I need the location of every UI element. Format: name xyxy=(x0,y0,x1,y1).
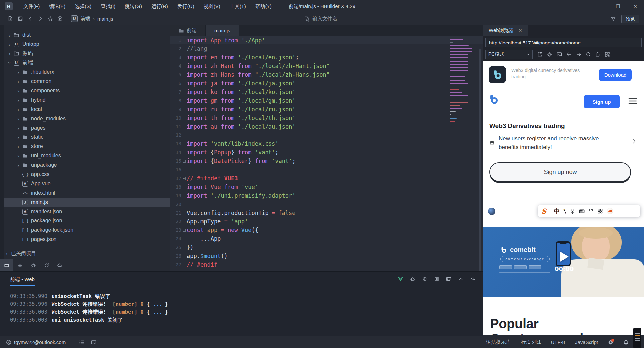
emoji-icon[interactable] xyxy=(607,208,613,214)
code-line[interactable]: 20 xyxy=(170,200,483,209)
menu-item[interactable]: 视图(V) xyxy=(199,2,225,11)
refresh-icon[interactable] xyxy=(586,52,591,57)
star-icon[interactable] xyxy=(45,14,55,23)
new-file-icon[interactable] xyxy=(5,14,15,23)
console-tab[interactable]: 前端 - Web xyxy=(10,276,35,286)
run-icon[interactable] xyxy=(55,14,65,23)
code-line[interactable]: 21Vue.config.productionTip = false xyxy=(170,209,483,217)
menu-item[interactable]: 编辑(E) xyxy=(44,2,70,11)
terminal-new-icon[interactable] xyxy=(446,276,451,282)
tasklist-icon[interactable] xyxy=(79,340,84,345)
code-line[interactable]: 19import './uni.promisify.adaptor' xyxy=(170,191,483,200)
sogou-icon[interactable]: S xyxy=(541,207,546,215)
tree-item-uni_modules[interactable]: ›uni_modules xyxy=(4,151,170,160)
status-item[interactable]: JavaScript xyxy=(575,339,598,345)
code-line[interactable]: 8import gm from './local/gm.json' xyxy=(170,96,483,105)
search-tab-icon[interactable] xyxy=(13,259,27,271)
tree-item-源码[interactable]: ›源码 xyxy=(4,49,170,58)
close-icon[interactable]: ✕ xyxy=(519,28,522,33)
tree-item-hybrid[interactable]: ›hybrid xyxy=(4,95,170,105)
code-line[interactable]: 13import 'vant/lib/index.css' xyxy=(170,139,483,148)
sync-tab-icon[interactable] xyxy=(40,259,53,271)
restart-icon[interactable] xyxy=(422,276,427,282)
tree-item-store[interactable]: ›store xyxy=(4,142,170,151)
filter-icon[interactable] xyxy=(611,16,616,22)
log-expand-link[interactable]: ... xyxy=(153,309,162,315)
close-logs-icon[interactable] xyxy=(470,276,475,282)
download-button[interactable]: Download xyxy=(599,69,632,81)
tree-item-components[interactable]: ›components xyxy=(4,86,170,95)
settings-icon[interactable] xyxy=(547,52,552,57)
status-item[interactable]: UTF-8 xyxy=(551,339,565,345)
fold-marker[interactable]: − xyxy=(181,160,187,163)
tree-item-.hbuilderx[interactable]: ›.hbuilderx xyxy=(4,67,170,77)
code-line[interactable]: 4import zh_Hant from "./local/zh-Hant.js… xyxy=(170,62,483,70)
bug-icon[interactable] xyxy=(410,276,415,282)
devtools-icon[interactable] xyxy=(557,52,562,57)
play-icon[interactable] xyxy=(560,251,569,262)
code-line[interactable]: 3import en from './local/en.json'; xyxy=(170,53,483,62)
tree-item-App.vue[interactable]: VApp.vue xyxy=(4,179,170,188)
ime-toolbar[interactable]: S 中 °, xyxy=(538,205,640,217)
menu-item[interactable]: 跳转(G) xyxy=(120,2,147,11)
back-icon[interactable] xyxy=(566,52,572,57)
code-line[interactable]: 22App.mpType = 'app' xyxy=(170,217,483,226)
menu-item[interactable]: 文件(F) xyxy=(19,2,44,11)
code-line[interactable]: 5import zh_Hans from "./local/zh-Hans.js… xyxy=(170,70,483,79)
tree-item-common[interactable]: ›common xyxy=(4,77,170,86)
signup-button[interactable]: Sign up xyxy=(584,95,620,108)
tree-item-pages[interactable]: ›pages xyxy=(4,123,170,132)
cloud-tab-icon[interactable] xyxy=(53,259,66,271)
skin-icon[interactable] xyxy=(588,208,594,214)
assistant-float-icon[interactable] xyxy=(488,208,495,215)
tree-item-dist[interactable]: ›dist xyxy=(4,30,170,40)
fold-marker[interactable]: − xyxy=(181,177,187,180)
file-search-input[interactable]: 输入文件名 xyxy=(304,13,337,25)
maximize-button[interactable]: ❐ xyxy=(609,0,627,13)
nav-back-icon[interactable] xyxy=(25,14,35,23)
editor-tab-前端[interactable]: 前端 xyxy=(170,25,206,36)
code-line[interactable]: 16 xyxy=(170,165,483,174)
menu-item[interactable]: 发行(U) xyxy=(173,2,199,11)
menu-item[interactable]: 帮助(Y) xyxy=(251,2,276,11)
fold-marker[interactable]: − xyxy=(181,229,187,232)
collapse-icon[interactable] xyxy=(458,276,463,282)
breadcrumb-project[interactable]: 前端 xyxy=(80,16,90,22)
code-line[interactable]: 23−const app = new Vue({ xyxy=(170,226,483,234)
close-button[interactable]: ✕ xyxy=(627,0,644,13)
tree-item-local[interactable]: ›local xyxy=(4,105,170,114)
tree-item-unpackage[interactable]: ›unpackage xyxy=(4,160,170,170)
signup-now-button[interactable]: Sign up now xyxy=(489,162,631,182)
code-line[interactable]: 18import Vue from 'vue' xyxy=(170,183,483,191)
stop-icon[interactable] xyxy=(434,276,439,282)
site-logo-icon[interactable] xyxy=(488,94,499,105)
tree-item-package-lock.json[interactable]: [ ]package-lock.json xyxy=(4,225,170,235)
vue-icon[interactable] xyxy=(398,277,403,282)
browser-tab[interactable]: Web浏览器 ✕ xyxy=(483,25,528,36)
status-item[interactable]: 语法提示库 xyxy=(486,339,511,345)
code-line[interactable]: 10import th from './local/th.json' xyxy=(170,114,483,122)
files-tab-icon[interactable] xyxy=(0,259,13,271)
keyboard-icon[interactable] xyxy=(579,208,585,214)
preview-button[interactable]: 预览 xyxy=(621,15,639,23)
menu-item[interactable]: 运行(R) xyxy=(147,2,173,11)
code-line[interactable]: 17−// #ifndef VUE3 xyxy=(170,174,483,183)
open-external-icon[interactable] xyxy=(537,52,543,57)
menu-item[interactable]: 查找(I) xyxy=(96,2,120,11)
breadcrumb[interactable]: U 前端 › main.js xyxy=(71,15,113,22)
ime-language-toggle[interactable]: 中 xyxy=(554,207,560,215)
code-line[interactable]: 26app.$mount() xyxy=(170,252,483,260)
closed-projects-section[interactable]: › 已关闭项目 xyxy=(0,248,170,259)
tree-item-前端[interactable]: ›U前端 xyxy=(4,58,170,67)
forward-icon[interactable] xyxy=(576,52,581,57)
tree-item-package.json[interactable]: [ ]package.json xyxy=(4,216,170,225)
menu-item[interactable]: 工具(T) xyxy=(225,2,251,11)
toolbox-grid-icon[interactable] xyxy=(597,208,603,214)
minimize-button[interactable]: — xyxy=(592,0,609,13)
minimap[interactable] xyxy=(450,39,474,268)
code-line[interactable]: 7import ko from './local/ko.json' xyxy=(170,88,483,96)
mode-select[interactable]: PC模式 xyxy=(485,50,533,59)
url-bar[interactable]: http://localhost:5173/#/pages/home/home xyxy=(485,38,642,47)
code-line[interactable]: 2//lang xyxy=(170,44,483,53)
code-line[interactable]: 27// #endif xyxy=(170,260,483,269)
